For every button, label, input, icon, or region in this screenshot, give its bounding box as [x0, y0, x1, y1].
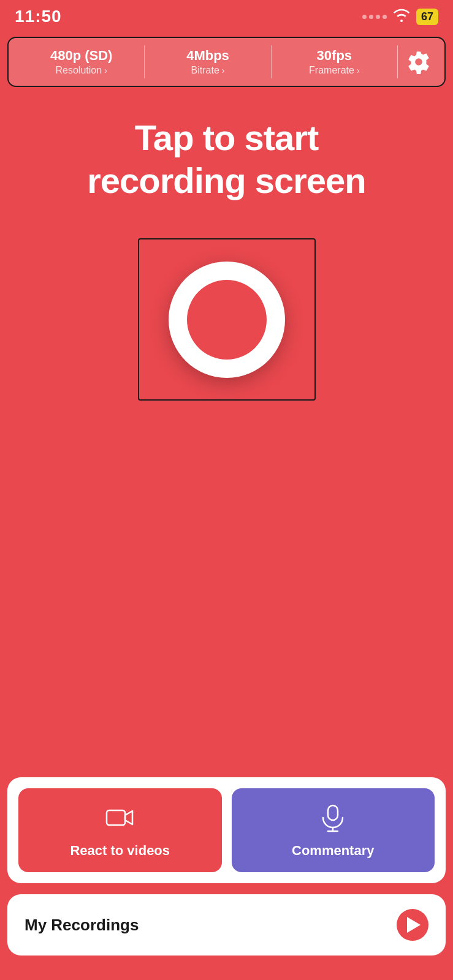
commentary-label: Commentary [292, 843, 374, 859]
resolution-chevron: › [104, 66, 107, 75]
signal-dot-1 [362, 15, 367, 19]
status-bar: 11:50 67 [0, 0, 453, 31]
wifi-icon [393, 9, 410, 25]
resolution-label: Resolution › [23, 65, 139, 76]
framerate-chevron: › [357, 66, 360, 75]
record-button[interactable] [169, 262, 285, 378]
framerate-setting[interactable]: 30fps Framerate › [272, 45, 398, 78]
resolution-setting[interactable]: 480p (SD) Resolution › [18, 45, 145, 78]
settings-bar: 480p (SD) Resolution › 4Mbps Bitrate › 3… [7, 37, 446, 87]
action-card: React to videos Commentary [7, 777, 446, 883]
react-to-videos-button[interactable]: React to videos [18, 788, 222, 872]
resolution-value: 480p (SD) [23, 48, 139, 64]
record-inner-circle [187, 280, 267, 360]
bitrate-setting[interactable]: 4Mbps Bitrate › [145, 45, 271, 78]
recordings-card[interactable]: My Recordings [7, 894, 446, 956]
battery-badge: 67 [416, 9, 438, 25]
main-title: Tap to start recording screen [0, 116, 453, 202]
signal-dots [362, 15, 387, 19]
title-line1: Tap to start [135, 118, 319, 157]
status-right: 67 [362, 9, 438, 25]
svg-rect-0 [107, 810, 125, 825]
commentary-button[interactable]: Commentary [232, 788, 435, 872]
status-time: 11:50 [15, 7, 62, 26]
bitrate-value: 4Mbps [150, 48, 265, 64]
bottom-section: React to videos Commentary My Recordings [7, 777, 446, 956]
play-button[interactable] [397, 909, 428, 941]
video-camera-icon [104, 802, 136, 835]
record-area [0, 238, 453, 401]
signal-dot-3 [376, 15, 380, 19]
framerate-value: 30fps [276, 48, 392, 64]
microphone-icon [317, 802, 349, 835]
bitrate-chevron: › [222, 66, 225, 75]
play-triangle-icon [407, 917, 421, 933]
signal-dot-2 [369, 15, 373, 19]
bitrate-label: Bitrate › [150, 65, 265, 76]
title-heading: Tap to start recording screen [25, 116, 428, 202]
gear-icon [406, 50, 431, 74]
gear-button[interactable] [403, 46, 435, 78]
title-line2: recording screen [87, 160, 366, 200]
record-box[interactable] [138, 238, 316, 401]
framerate-label: Framerate › [276, 65, 392, 76]
react-to-videos-label: React to videos [70, 843, 170, 859]
signal-dot-4 [383, 15, 387, 19]
battery-level: 67 [421, 10, 433, 23]
recordings-label: My Recordings [25, 916, 139, 935]
svg-rect-1 [328, 805, 338, 820]
